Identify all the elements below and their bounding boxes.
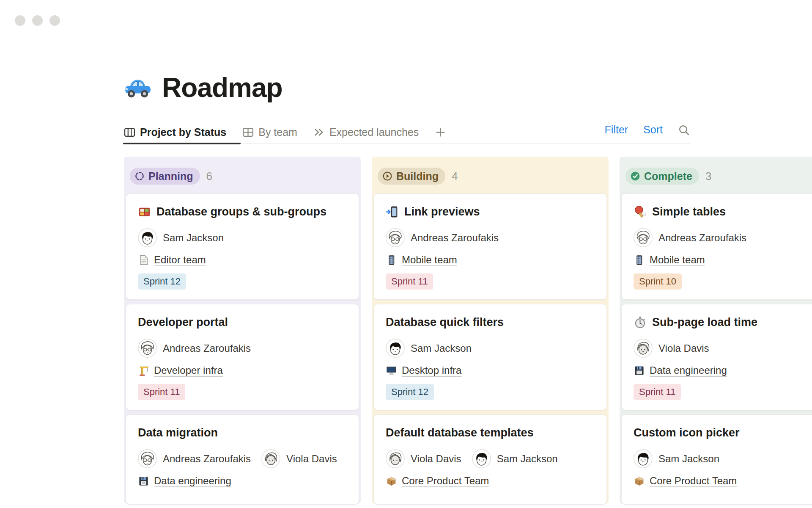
avatar: [634, 449, 653, 468]
column-cards: Simple tables Andreas Zaroufakis Mobile …: [621, 193, 812, 505]
window-controls: [15, 15, 60, 26]
card-title-row: Sub-page load time: [634, 315, 812, 330]
team-link[interactable]: Mobile team: [402, 254, 457, 266]
avatar: [138, 339, 157, 358]
assignee: Andreas Zaroufakis: [386, 228, 499, 247]
assignee: Viola Davis: [261, 449, 337, 468]
project-card[interactable]: Default database templates Viola Davis S…: [373, 414, 607, 505]
table-icon: [242, 127, 254, 138]
tab-by-team[interactable]: By team: [242, 126, 297, 138]
avatar: [472, 449, 491, 468]
filter-button[interactable]: Filter: [605, 124, 628, 136]
card-title: Database groups & sub-groups: [156, 204, 326, 219]
tab-project-by-status[interactable]: Project by Status: [124, 126, 226, 138]
column-count: 4: [452, 170, 458, 183]
assignee-name: Sam Jackson: [497, 453, 558, 465]
status-label: Building: [396, 170, 439, 182]
assignees-row: Sam Jackson: [386, 339, 595, 358]
card-title: Simple tables: [652, 204, 726, 219]
card-title: Data migration: [138, 425, 218, 440]
window-close-button[interactable]: [15, 15, 25, 26]
avatar: [386, 339, 405, 358]
board-icon: [124, 127, 135, 138]
team-row: Mobile team: [386, 254, 595, 266]
car-icon[interactable]: [124, 74, 152, 102]
card-title-row: Custom icon picker: [634, 425, 812, 440]
card-title-row: Database groups & sub-groups: [138, 204, 347, 219]
card-title-row: Simple tables: [634, 204, 812, 219]
sprint-badge: Sprint 10: [634, 273, 682, 290]
team-link[interactable]: Mobile team: [650, 254, 705, 266]
project-card[interactable]: Link previews Andreas Zaroufakis Mobile …: [373, 193, 607, 300]
status-badge[interactable]: Complete: [625, 168, 699, 185]
status-badge[interactable]: Planning: [130, 168, 200, 185]
card-icon: [138, 205, 151, 218]
assignee: Sam Jackson: [386, 339, 472, 358]
card-title: Link previews: [404, 204, 480, 219]
column-header: Complete 3: [625, 168, 812, 185]
chevrons-icon: [313, 127, 325, 138]
avatar: [138, 449, 157, 468]
search-icon[interactable]: [678, 124, 690, 136]
assignee-name: Sam Jackson: [163, 232, 224, 244]
status-icon: [630, 171, 640, 181]
assignee-name: Andreas Zaroufakis: [658, 232, 746, 244]
column-count: 6: [206, 170, 212, 183]
project-card[interactable]: Custom icon picker Sam Jackson Core Prod…: [621, 414, 812, 505]
window-zoom-button[interactable]: [49, 15, 60, 26]
assignees-row: Andreas Zaroufakis: [386, 228, 595, 247]
assignee-name: Andreas Zaroufakis: [163, 342, 251, 354]
view-controls: Filter Sort: [605, 124, 690, 136]
avatar: [386, 228, 405, 247]
column-count: 3: [705, 170, 711, 183]
assignee: Sam Jackson: [138, 228, 224, 247]
project-card[interactable]: Sub-page load time Viola Davis Data engi…: [621, 304, 812, 410]
add-view-button[interactable]: [435, 127, 446, 138]
team-link[interactable]: Data engineering: [154, 475, 231, 487]
tab-label: Expected launches: [329, 126, 419, 138]
project-card[interactable]: Simple tables Andreas Zaroufakis Mobile …: [621, 193, 812, 300]
project-card[interactable]: Developer portal Andreas Zaroufakis Deve…: [126, 304, 359, 410]
assignee-name: Andreas Zaroufakis: [411, 232, 499, 244]
sprint-badge: Sprint 11: [634, 384, 681, 400]
sprint-badge: Sprint 11: [138, 384, 185, 400]
assignee: Sam Jackson: [472, 449, 558, 468]
project-card[interactable]: Database quick filters Sam Jackson Deskt…: [373, 304, 607, 410]
team-link[interactable]: Data engineering: [650, 364, 727, 376]
status-icon: [382, 171, 392, 181]
status-badge[interactable]: Building: [378, 168, 445, 185]
assignees-row: Sam Jackson: [138, 228, 347, 247]
tab-expected-launches[interactable]: Expected launches: [313, 126, 419, 138]
tab-label: Project by Status: [140, 126, 226, 138]
avatar: [634, 228, 653, 247]
page-title: Roadmap: [162, 72, 283, 103]
card-title: Developer portal: [138, 315, 228, 330]
avatar: [261, 449, 280, 468]
team-row: Developer infra: [138, 364, 347, 376]
team-row: Mobile team: [634, 254, 812, 266]
team-link[interactable]: Desktop infra: [402, 364, 461, 376]
team-link[interactable]: Editor team: [154, 254, 206, 266]
sort-button[interactable]: Sort: [643, 124, 663, 136]
sprint-badge: Sprint 12: [386, 384, 434, 400]
team-link[interactable]: Core Product Team: [650, 475, 737, 487]
team-icon: [386, 475, 397, 487]
assignees-row: Viola Davis Sam Jackson: [386, 449, 595, 468]
plus-icon: [435, 127, 446, 138]
project-card[interactable]: Data migration Andreas Zaroufakis Viola …: [126, 414, 359, 505]
team-link[interactable]: Core Product Team: [402, 475, 489, 487]
card-title: Database quick filters: [386, 315, 504, 330]
team-icon: [634, 475, 645, 487]
page-header: Roadmap: [124, 72, 812, 103]
card-title-row: Data migration: [138, 425, 347, 440]
column-cards: Link previews Andreas Zaroufakis Mobile …: [373, 193, 607, 505]
board: Planning 6 Database groups & sub-groups …: [124, 157, 812, 504]
card-title: Default database templates: [386, 425, 534, 440]
assignee-name: Viola Davis: [411, 453, 461, 465]
sprint-badge: Sprint 11: [386, 273, 433, 290]
team-link[interactable]: Developer infra: [154, 364, 223, 376]
team-icon: [138, 475, 149, 487]
status-label: Complete: [644, 170, 692, 182]
window-minimize-button[interactable]: [32, 15, 43, 26]
project-card[interactable]: Database groups & sub-groups Sam Jackson…: [126, 193, 359, 300]
